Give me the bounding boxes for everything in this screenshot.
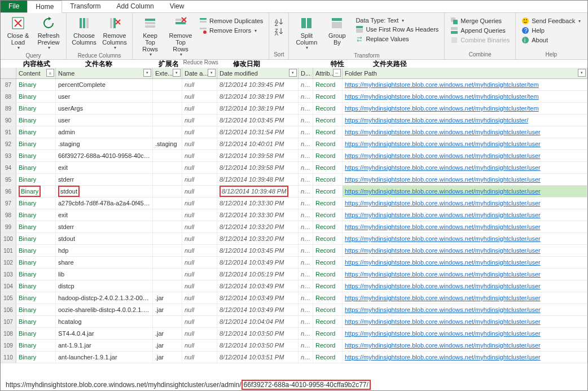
filter-icon[interactable]: ▾ (208, 69, 216, 77)
remove-errors-button[interactable]: Remove Errors (197, 26, 265, 35)
cell-content[interactable]: Binary (16, 269, 56, 280)
table-row[interactable]: 107Binaryhcatalognull8/12/2014 10:04:04 … (1, 316, 587, 328)
cell-attributes[interactable]: Record (313, 352, 343, 363)
remove-columns-button[interactable]: Remove Columns (100, 14, 129, 52)
cell-folder[interactable]: https://myhdinsightstore.blob.core.windo… (343, 91, 587, 102)
table-row[interactable]: 100Binarystdoutnull8/12/2014 10:33:20 PM… (1, 233, 587, 245)
table-row[interactable]: 91Binaryadminnull8/12/2014 10:31:54 PMnu… (1, 126, 587, 138)
tab-file[interactable]: File (1, 1, 27, 12)
col-folder[interactable]: Folder Path▾ (343, 68, 587, 78)
cell-attributes[interactable]: Record (313, 126, 343, 138)
filter-icon[interactable]: ▾ (143, 69, 151, 77)
tab-addcolumn[interactable]: Add Column (109, 1, 162, 12)
cell-folder[interactable]: https://myhdinsightstore.blob.core.windo… (343, 221, 587, 232)
cell-attributes[interactable]: Record (313, 79, 343, 90)
cell-folder[interactable]: https://myhdinsightstore.blob.core.windo… (343, 352, 587, 363)
keep-top-rows-button[interactable]: Keep Top Rows (136, 14, 164, 59)
cell-attributes[interactable]: Record (313, 269, 343, 280)
combine-binaries-button[interactable]: Combine Binaries (448, 36, 512, 45)
cell-content[interactable]: Binary (16, 150, 56, 161)
help-button[interactable]: ?Help (519, 26, 547, 35)
cell-attributes[interactable]: Record (313, 197, 343, 209)
cell-attributes[interactable]: Record (313, 340, 343, 351)
cell-attributes[interactable]: Record (313, 103, 343, 114)
sort-desc-button[interactable]: ZA (273, 26, 285, 35)
filter-icon[interactable]: ▾ (578, 69, 586, 77)
table-row[interactable]: 89BinaryuserArgsnull8/12/2014 10:38:19 P… (1, 103, 587, 115)
cell-content[interactable]: Binary (16, 138, 56, 150)
close-load-button[interactable]: Close & Load (4, 14, 32, 52)
cell-attributes[interactable]: Record (313, 162, 343, 173)
cell-attributes[interactable]: Record (313, 328, 343, 339)
refresh-preview-button[interactable]: Refresh Preview (34, 14, 63, 52)
cell-attributes[interactable]: Record (313, 115, 343, 126)
cell-folder[interactable]: https://myhdinsightstore.blob.core.windo… (343, 233, 587, 244)
cell-content[interactable]: Binary (16, 209, 56, 221)
cell-attributes[interactable]: Record (313, 292, 343, 304)
cell-folder[interactable]: https://myhdinsightstore.blob.core.windo… (343, 138, 587, 150)
table-row[interactable]: 97Binarya279cbfd-7d8f-478a-a2a4-0f45d73n… (1, 197, 587, 209)
table-row[interactable]: 109Binaryant-1.9.1.jar.jarnull8/12/2014 … (1, 340, 587, 352)
cell-attributes[interactable]: Record (313, 174, 343, 185)
cell-folder[interactable]: https://myhdinsightstore.blob.core.windo… (343, 103, 587, 114)
cell-folder[interactable]: https://myhdinsightstore.blob.core.windo… (343, 257, 587, 268)
col-name[interactable]: Name▾ (56, 68, 153, 78)
cell-attributes[interactable]: Record (313, 280, 343, 292)
append-queries-button[interactable]: Append Queries (448, 26, 508, 35)
cell-content[interactable]: Binary (16, 233, 56, 244)
cell-content[interactable]: Binary (16, 304, 56, 315)
table-row[interactable]: 92Binary.staging.stagingnull8/12/2014 10… (1, 138, 587, 150)
cell-content[interactable]: Binary (16, 79, 56, 90)
cell-attributes[interactable]: Record (313, 316, 343, 327)
table-row[interactable]: 87BinarypercentCompletenull8/12/2014 10:… (1, 79, 587, 91)
tab-view[interactable]: View (162, 1, 192, 12)
cell-folder[interactable]: https://myhdinsightstore.blob.core.windo… (343, 186, 587, 197)
filter-icon[interactable]: ± (46, 69, 54, 77)
cell-folder[interactable]: https://myhdinsightstore.blob.core.windo… (343, 292, 587, 304)
cell-folder[interactable]: https://myhdinsightstore.blob.core.windo… (343, 245, 587, 256)
cell-folder[interactable]: https://myhdinsightstore.blob.core.windo… (343, 280, 587, 292)
filter-icon[interactable]: ↔ (333, 69, 341, 77)
cell-attributes[interactable]: Record (313, 245, 343, 256)
cell-content[interactable]: Binary (16, 280, 56, 292)
table-row[interactable]: 101Binaryhdpnull8/12/2014 10:03:45 PMnul… (1, 245, 587, 257)
cell-content[interactable]: Binary (16, 292, 56, 304)
remove-duplicates-button[interactable]: Remove Duplicates (197, 16, 265, 25)
remove-top-rows-button[interactable]: Remove Top Rows (166, 14, 195, 59)
table-row[interactable]: 105Binaryhadoop-distcp-2.4.0.2.1.3.2-000… (1, 292, 587, 304)
cell-content[interactable]: Binary (16, 186, 56, 197)
cell-folder[interactable]: https://myhdinsightstore.blob.core.windo… (343, 209, 587, 221)
table-row[interactable]: 93Binary66f39272-688a-4010-9958-40cffa9n… (1, 150, 587, 162)
table-row[interactable]: 94Binaryexitnull8/12/2014 10:39:58 PMnul… (1, 162, 587, 174)
table-row[interactable]: 106Binaryoozie-sharelib-distcp-4.0.0.2.1… (1, 304, 587, 316)
cell-attributes[interactable]: Record (313, 209, 343, 221)
table-row[interactable]: 108BinaryST4-4.0.4.jar.jarnull8/12/2014 … (1, 328, 587, 340)
cell-content[interactable]: Binary (16, 257, 56, 268)
cell-content[interactable]: Binary (16, 245, 56, 256)
cell-attributes[interactable]: Record (313, 138, 343, 150)
merge-queries-button[interactable]: Merge Queries (448, 16, 504, 25)
cell-folder[interactable]: https://myhdinsightstore.blob.core.windo… (343, 115, 587, 126)
col-date-accessed[interactable]: Date a...▾ (182, 68, 217, 78)
cell-attributes[interactable]: Record (313, 91, 343, 102)
cell-content[interactable]: Binary (16, 328, 56, 339)
cell-content[interactable]: Binary (16, 352, 56, 363)
cell-attributes[interactable]: Record (313, 186, 343, 197)
cell-attributes[interactable]: Record (313, 257, 343, 268)
cell-content[interactable]: Binary (16, 316, 56, 327)
cell-content[interactable]: Binary (16, 115, 56, 126)
cell-folder[interactable]: https://myhdinsightstore.blob.core.windo… (343, 269, 587, 280)
cell-content[interactable]: Binary (16, 162, 56, 173)
cell-folder[interactable]: https://myhdinsightstore.blob.core.windo… (343, 328, 587, 339)
cell-attributes[interactable]: Record (313, 150, 343, 161)
cell-folder[interactable]: https://myhdinsightstore.blob.core.windo… (343, 304, 587, 315)
col-date-modified[interactable]: Date modified▾ (217, 68, 299, 78)
cell-content[interactable]: Binary (16, 340, 56, 351)
col-d[interactable]: D... (299, 68, 313, 78)
cell-attributes[interactable]: Record (313, 233, 343, 244)
send-feedback-button[interactable]: Send Feedback (519, 16, 583, 25)
cell-attributes[interactable]: Record (313, 304, 343, 315)
tab-home[interactable]: Home (27, 1, 62, 13)
tab-transform[interactable]: Transform (62, 1, 108, 12)
table-row[interactable]: 99Binarystderrnull8/12/2014 10:33:20 PMn… (1, 221, 587, 233)
